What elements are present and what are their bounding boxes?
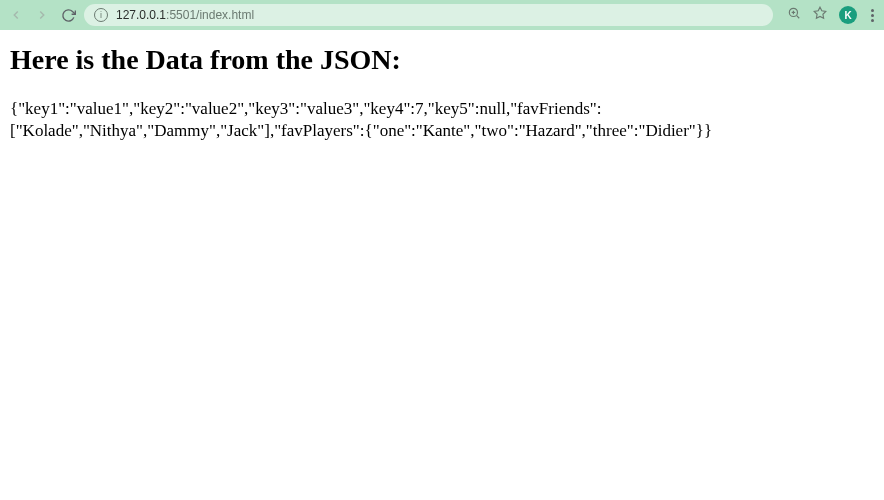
address-bar[interactable]: i 127.0.0.1:5501/index.html	[84, 4, 773, 26]
toolbar-right: K	[787, 6, 876, 24]
forward-button[interactable]	[34, 7, 50, 23]
page-heading: Here is the Data from the JSON:	[10, 44, 874, 76]
site-info-icon[interactable]: i	[94, 8, 108, 22]
back-button[interactable]	[8, 7, 24, 23]
reload-button[interactable]	[60, 7, 76, 23]
browser-toolbar: i 127.0.0.1:5501/index.html K	[0, 0, 884, 30]
svg-marker-4	[814, 7, 826, 18]
bookmark-icon[interactable]	[813, 6, 827, 24]
url-host: 127.0.0.1	[116, 8, 166, 22]
profile-avatar[interactable]: K	[839, 6, 857, 24]
page-content: Here is the Data from the JSON: {"key1":…	[0, 30, 884, 156]
nav-buttons	[8, 7, 76, 23]
zoom-icon[interactable]	[787, 6, 801, 24]
menu-button[interactable]	[869, 7, 876, 24]
url-text: 127.0.0.1:5501/index.html	[116, 8, 254, 22]
json-output: {"key1":"value1","key2":"value2","key3":…	[10, 98, 870, 142]
url-path: :5501/index.html	[166, 8, 254, 22]
svg-line-1	[797, 16, 800, 19]
